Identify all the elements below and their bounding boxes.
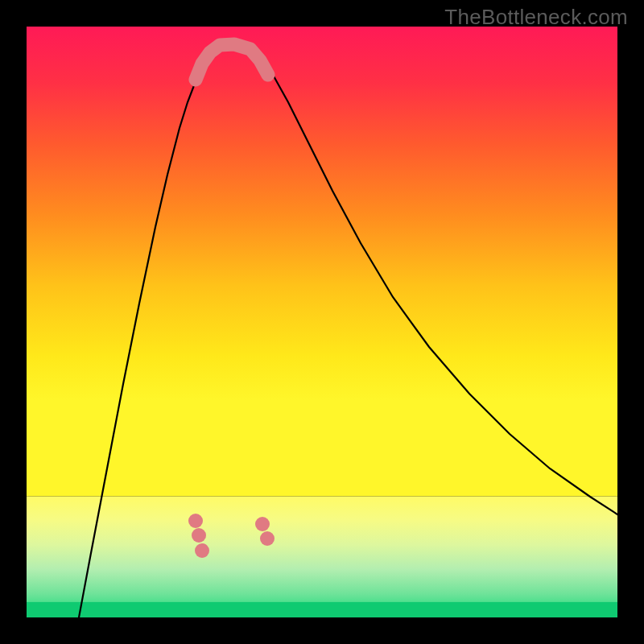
svg-point-7 xyxy=(260,531,275,546)
svg-point-4 xyxy=(192,528,206,543)
chart-frame: TheBottleneck.com xyxy=(0,0,644,644)
svg-point-5 xyxy=(195,543,209,558)
svg-rect-2 xyxy=(27,602,617,617)
chart-svg xyxy=(27,27,617,617)
svg-point-3 xyxy=(188,514,203,528)
svg-rect-1 xyxy=(27,497,617,617)
svg-point-6 xyxy=(255,517,270,531)
plot-area xyxy=(27,27,617,617)
